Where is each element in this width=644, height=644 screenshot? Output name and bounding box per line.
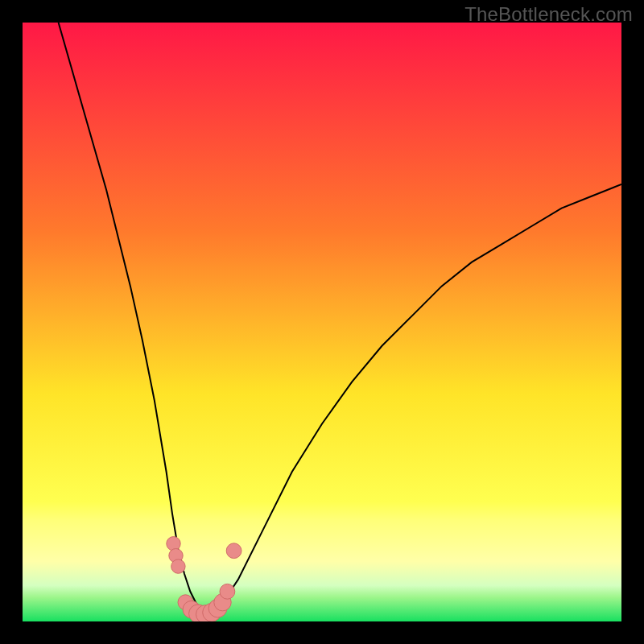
data-dot <box>226 543 242 559</box>
data-dot <box>167 537 180 551</box>
plot-area <box>23 23 621 621</box>
plot-svg <box>23 23 621 621</box>
data-dot <box>171 559 185 573</box>
chart-frame: TheBottleneck.com <box>0 0 644 644</box>
gradient-background <box>23 23 621 621</box>
data-dot <box>220 584 235 599</box>
